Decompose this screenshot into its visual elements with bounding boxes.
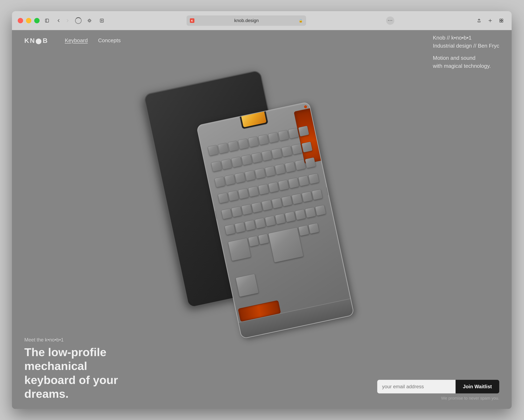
svg-rect-10 [502,21,503,22]
extensions-button[interactable] [85,16,94,25]
svg-point-2 [89,20,90,21]
nav-links: Keyboard Concepts [65,37,121,44]
key [295,160,306,171]
key [254,218,265,229]
close-button[interactable] [18,18,23,23]
sidebar-toggle-button[interactable] [43,17,51,25]
site-content: KN⬤B Keyboard Concepts Knob // k•no•b•1 … [12,30,512,409]
key [225,224,236,235]
key [251,152,262,163]
corner-accent-top-right [304,105,307,109]
site-favicon: K [190,18,194,23]
key [285,162,296,172]
forward-button[interactable] [63,17,72,25]
minimize-button[interactable] [26,18,31,23]
key [241,204,252,215]
url-display: knob.design [196,18,297,23]
keyboard-bottom-bar [239,298,354,338]
nav-buttons [54,17,72,25]
key [298,175,309,186]
key [302,142,313,153]
key [248,136,259,147]
bottom-section: Meet the k•no•b•1 The low-profile mechan… [24,337,499,401]
tagline-section: Meet the k•no•b•1 The low-profile mechan… [24,337,148,401]
key [241,154,252,165]
keyboard-visual [117,47,406,366]
key [278,130,289,141]
nav-keyboard[interactable]: Keyboard [65,37,87,44]
key [235,222,245,233]
key [268,182,279,193]
share-button[interactable] [474,16,484,25]
key [275,214,286,224]
lock-icon: 🔒 [299,19,303,23]
key [231,206,242,217]
key [218,192,229,203]
address-bar[interactable]: K knob.design 🔒 [187,16,306,26]
key [308,223,319,234]
key [305,157,316,168]
key [291,144,302,154]
key [268,132,279,143]
traffic-lights [18,18,40,23]
site-logo: KN⬤B [24,36,48,45]
svg-rect-3 [100,19,104,22]
content-blocker-button[interactable] [97,16,106,25]
email-input[interactable] [377,380,455,394]
key [248,236,259,247]
new-tab-button[interactable] [486,16,495,25]
browser-window: K knob.design 🔒 ··· [12,11,512,409]
nav-concepts[interactable]: Concepts [98,37,121,44]
key [271,198,282,209]
key [282,195,293,206]
key [285,211,296,222]
top-right-info: Knob // k•no•b•1 Industrial design // Be… [433,34,499,70]
key [218,143,229,154]
product-desc-2: with magical technology. [433,62,499,70]
side-button-right [326,187,330,195]
key [278,180,289,191]
spam-note: We promise to never spam you. [441,396,499,401]
key [231,156,242,167]
key-shift-left [228,238,251,261]
designer-credit: Industrial design // Ben Fryc [433,42,499,50]
maximize-button[interactable] [34,18,40,23]
key [291,193,302,204]
svg-rect-8 [502,19,503,20]
key [305,207,316,218]
key [238,138,249,149]
waitlist-form: Join Waitlist [377,380,499,394]
product-name: Knob // k•no•b•1 [433,34,499,42]
key [245,170,255,181]
key [315,205,326,216]
key [295,209,306,220]
keyboard-3d [175,58,372,350]
key [271,148,282,159]
keyboard-front-face [196,101,354,339]
svg-rect-9 [500,21,501,22]
key [228,190,239,201]
key [298,225,309,236]
key [265,166,276,177]
loading-spinner [75,17,82,24]
key [254,168,265,179]
back-button[interactable] [54,17,63,25]
key [211,161,222,172]
key [258,234,269,245]
key [221,208,232,219]
key [265,215,276,226]
key [312,189,323,200]
key-shift-right [236,274,259,297]
tab-overview-button[interactable] [497,16,506,25]
key [275,164,286,175]
key [308,173,319,184]
product-desc-1: Motion and sound [433,54,499,62]
join-waitlist-button[interactable]: Join Waitlist [455,380,499,394]
key [288,177,299,188]
key [261,150,272,161]
more-options-button[interactable]: ··· [386,17,394,25]
key [245,220,256,231]
product-tagline-big: The low-profile mechanical keyboard of y… [24,345,148,401]
key [302,191,313,202]
key [261,200,272,211]
